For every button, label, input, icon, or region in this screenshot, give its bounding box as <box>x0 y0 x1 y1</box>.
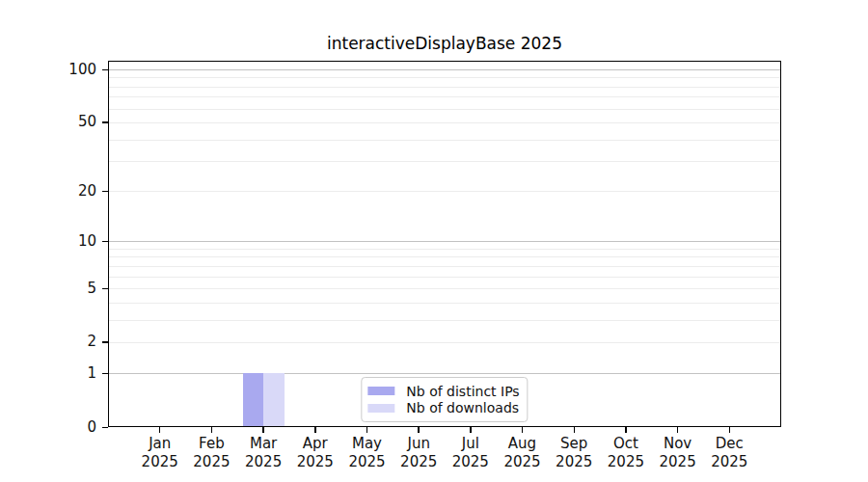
x-tick-mark <box>574 427 576 433</box>
gridline-minor <box>108 303 781 304</box>
gridline-minor <box>108 109 781 110</box>
legend: Nb of distinct IPs Nb of downloads <box>361 377 528 422</box>
y-tick-label: 0 <box>0 420 96 435</box>
legend-swatch-distinct-ips <box>367 387 394 395</box>
x-tick-mark <box>211 427 213 433</box>
y-tick-mark <box>102 341 108 343</box>
x-tick-mark <box>262 427 264 433</box>
gridline-minor <box>108 96 781 97</box>
x-tick-label: Dec 2025 <box>691 435 768 471</box>
y-tick-label: 50 <box>0 115 96 129</box>
y-tick-mark <box>102 288 108 290</box>
gridline-minor <box>108 77 781 78</box>
x-tick-mark <box>729 427 731 433</box>
gridline-minor <box>108 320 781 321</box>
gridline-minor <box>108 256 781 257</box>
y-tick-mark <box>102 121 108 123</box>
chart-title: interactiveDisplayBase 2025 <box>108 34 781 53</box>
x-tick-mark <box>677 427 679 433</box>
gridline-minor <box>108 140 781 141</box>
gridline-minor <box>108 266 781 267</box>
x-tick-mark <box>159 427 161 433</box>
legend-item-downloads: Nb of downloads <box>367 400 519 417</box>
bar-nb-of-distinct-ips <box>243 373 264 427</box>
y-tick-label: 1 <box>0 366 96 381</box>
x-tick-mark <box>418 427 420 433</box>
gridline-minor <box>108 122 781 123</box>
x-tick-mark <box>314 427 316 433</box>
x-tick-mark <box>366 427 368 433</box>
y-tick-label: 2 <box>0 335 96 349</box>
gridline-minor <box>108 191 781 192</box>
y-tick-mark <box>102 241 108 243</box>
y-tick-label: 20 <box>0 184 96 199</box>
gridline-minor <box>108 288 781 289</box>
x-tick-mark <box>470 427 472 433</box>
legend-item-distinct-ips: Nb of distinct IPs <box>367 383 519 400</box>
gridline-major <box>108 373 781 374</box>
plot-area-border <box>108 61 781 427</box>
y-tick-label: 5 <box>0 281 96 296</box>
legend-swatch-downloads <box>367 404 394 413</box>
gridline-minor <box>108 161 781 162</box>
x-tick-mark <box>625 427 627 433</box>
chart-figure: interactiveDisplayBase 2025 012510205010… <box>0 0 868 482</box>
legend-label-distinct-ips: Nb of distinct IPs <box>406 384 519 399</box>
gridline-minor <box>108 342 781 343</box>
gridline-minor <box>108 249 781 250</box>
bar-nb-of-downloads <box>263 373 285 427</box>
y-tick-mark <box>102 191 108 193</box>
gridline-minor <box>108 87 781 88</box>
x-tick-mark <box>522 427 524 433</box>
gridline-major <box>108 241 781 242</box>
y-tick-label: 10 <box>0 234 96 249</box>
y-tick-mark <box>102 427 108 429</box>
y-tick-label: 100 <box>0 63 96 77</box>
y-tick-mark <box>102 373 108 375</box>
y-tick-mark <box>102 69 108 71</box>
gridline-minor <box>108 277 781 278</box>
legend-label-downloads: Nb of downloads <box>406 400 519 415</box>
gridline-major <box>108 69 781 70</box>
